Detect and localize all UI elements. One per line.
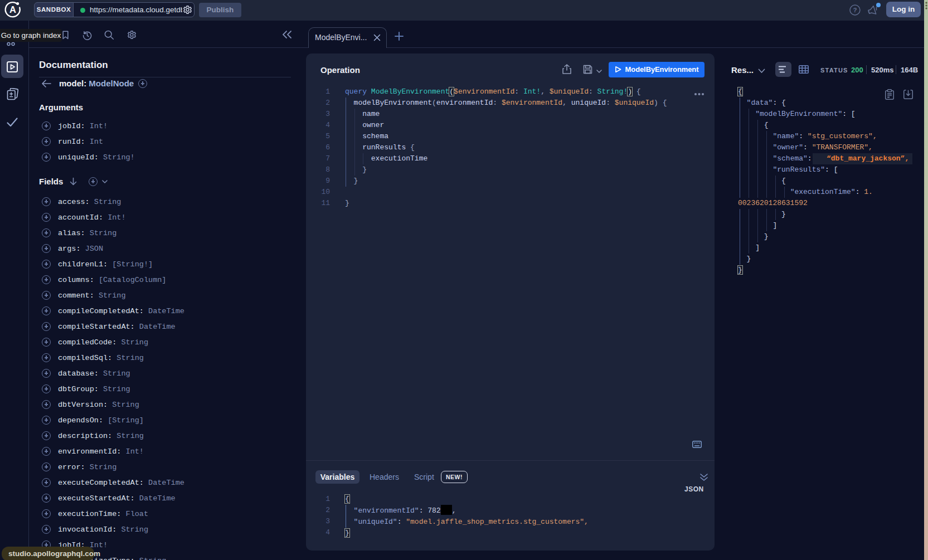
svg-text:?: ? <box>853 7 857 13</box>
svg-text:A: A <box>9 4 16 14</box>
